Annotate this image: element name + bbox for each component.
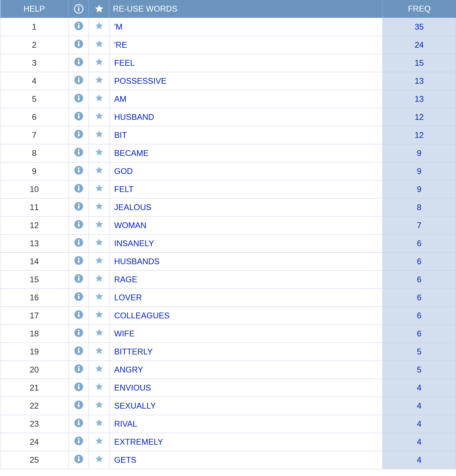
star-cell (89, 217, 109, 235)
header-reuse-words[interactable]: RE-USE WORDS (109, 0, 383, 18)
word-link[interactable]: EXTREMELY (114, 437, 163, 446)
svg-point-13 (78, 77, 79, 79)
star-icon[interactable] (94, 220, 104, 229)
word-cell: POSSESSIVE (109, 72, 383, 90)
rank-cell: 4 (0, 72, 69, 90)
header-help[interactable]: HELP (0, 0, 69, 18)
info-icon[interactable] (74, 436, 83, 446)
info-icon[interactable] (74, 39, 83, 49)
info-icon[interactable] (74, 93, 83, 103)
table-row: 9GOD9 (0, 162, 456, 180)
svg-rect-47 (78, 278, 79, 281)
word-link[interactable]: FEEL (114, 58, 135, 67)
word-cell: ANGRY (109, 361, 383, 379)
star-icon[interactable] (94, 75, 104, 85)
word-link[interactable]: POSSESSIVE (114, 76, 166, 85)
info-icon[interactable] (74, 364, 83, 374)
header-star[interactable] (89, 0, 109, 18)
star-cell (89, 343, 109, 361)
info-icon[interactable] (74, 21, 83, 31)
info-icon[interactable] (74, 57, 83, 67)
word-link[interactable]: 'M (114, 22, 123, 31)
word-link[interactable]: HUSBANDS (114, 257, 159, 266)
info-cell (69, 18, 89, 36)
word-link[interactable]: WIFE (114, 329, 135, 338)
star-icon[interactable] (94, 39, 104, 49)
info-icon[interactable] (74, 75, 83, 85)
info-icon[interactable] (74, 454, 83, 464)
word-link[interactable]: HUSBAND (114, 112, 154, 122)
word-link[interactable]: 'RE (114, 40, 127, 49)
word-link[interactable]: GOD (114, 166, 133, 176)
word-link[interactable]: RIVAL (114, 419, 137, 428)
star-icon[interactable] (94, 93, 104, 103)
star-icon[interactable] (94, 57, 104, 67)
star-icon[interactable] (94, 382, 104, 392)
word-cell: FEEL (109, 54, 383, 72)
info-icon[interactable] (74, 382, 83, 392)
word-link[interactable]: FELT (114, 185, 134, 194)
info-icon[interactable] (74, 129, 83, 139)
svg-point-49 (78, 294, 79, 296)
word-link[interactable]: BECAME (114, 148, 149, 158)
info-icon[interactable] (74, 346, 83, 355)
word-link[interactable]: COLLEAGUES (114, 311, 170, 320)
info-icon[interactable] (74, 418, 83, 428)
header-info[interactable] (69, 0, 89, 18)
star-icon[interactable] (94, 202, 104, 211)
star-icon[interactable] (94, 274, 104, 283)
word-link[interactable]: RAGE (114, 275, 137, 284)
star-cell (89, 162, 109, 180)
word-link[interactable]: GETS (114, 455, 136, 464)
word-link[interactable]: LOVER (114, 293, 142, 302)
svg-point-46 (78, 276, 79, 277)
star-icon[interactable] (94, 129, 104, 139)
word-link[interactable]: BIT (114, 130, 127, 140)
word-link[interactable]: BITTERLY (114, 347, 153, 356)
word-link[interactable]: ANGRY (114, 365, 143, 374)
info-icon[interactable] (74, 310, 83, 319)
table-row: 8BECAME9 (0, 144, 456, 162)
star-icon[interactable] (94, 292, 104, 301)
word-link[interactable]: ENVIOUS (114, 383, 151, 392)
star-icon[interactable] (94, 328, 104, 337)
svg-rect-44 (78, 260, 79, 263)
star-icon[interactable] (94, 310, 104, 319)
info-icon[interactable] (74, 220, 83, 229)
info-icon[interactable] (74, 292, 83, 301)
word-link[interactable]: AM (114, 94, 126, 104)
info-icon[interactable] (74, 328, 83, 337)
header-freq[interactable]: FREQ (383, 0, 456, 18)
info-icon[interactable] (74, 111, 83, 121)
info-icon[interactable] (74, 274, 83, 283)
info-icon[interactable] (74, 147, 83, 157)
info-icon[interactable] (74, 256, 83, 265)
star-icon[interactable] (94, 400, 104, 410)
star-icon[interactable] (94, 418, 104, 428)
star-icon[interactable] (94, 21, 104, 31)
star-icon[interactable] (94, 454, 104, 464)
star-icon[interactable] (94, 238, 104, 247)
info-icon[interactable] (74, 165, 83, 175)
info-cell (69, 343, 89, 361)
star-icon[interactable] (94, 436, 104, 446)
info-icon[interactable] (74, 400, 83, 410)
info-icon[interactable] (74, 238, 83, 247)
table-row: 19BITTERLY5 (0, 343, 456, 361)
star-icon[interactable] (94, 165, 104, 175)
star-icon[interactable] (94, 184, 104, 193)
word-link[interactable]: JEALOUS (114, 203, 151, 212)
star-icon[interactable] (94, 147, 104, 157)
freq-cell: 9 (383, 162, 456, 180)
star-icon[interactable] (94, 111, 104, 121)
info-icon[interactable] (74, 202, 83, 211)
star-icon[interactable] (94, 256, 104, 265)
word-link[interactable]: INSANELY (114, 239, 154, 248)
word-link[interactable]: WOMAN (114, 221, 147, 230)
info-icon[interactable] (74, 184, 83, 193)
word-cell: BIT (109, 126, 383, 144)
word-link[interactable]: SEXUALLY (114, 401, 156, 410)
table-row: 5AM13 (0, 90, 456, 108)
star-icon[interactable] (94, 346, 104, 355)
star-icon[interactable] (94, 364, 104, 374)
